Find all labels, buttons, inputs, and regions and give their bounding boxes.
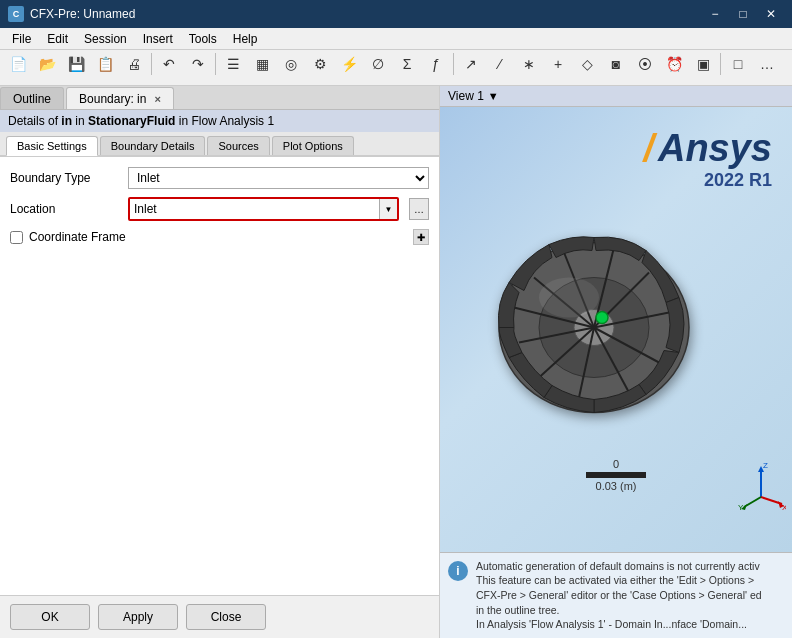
scale-zero: 0 xyxy=(586,458,646,470)
new-button[interactable]: 📄 xyxy=(4,50,32,78)
svg-text:X: X xyxy=(782,503,786,512)
location-row: Location ▼ … xyxy=(10,197,429,221)
logo-text: Ansys xyxy=(658,127,772,170)
menu-bar: File Edit Session Insert Tools Help xyxy=(0,28,792,50)
info-text: Automatic generation of default domains … xyxy=(476,559,784,632)
tab-boundary-in[interactable]: Boundary: in × xyxy=(66,87,174,109)
info-icon: i xyxy=(448,561,468,581)
menu-edit[interactable]: Edit xyxy=(39,30,76,48)
tb-btn-12[interactable]: ∕ xyxy=(486,50,514,78)
apply-button[interactable]: Apply xyxy=(98,604,178,630)
close-button[interactable]: ✕ xyxy=(758,4,784,24)
viewport-header: View 1 ▼ xyxy=(440,86,792,107)
viewport-label: View 1 xyxy=(448,89,484,103)
tb-btn-15[interactable]: ◇ xyxy=(573,50,601,78)
menu-insert[interactable]: Insert xyxy=(135,30,181,48)
location-dropdown-arrow[interactable]: ▼ xyxy=(379,199,397,219)
tb-btn-6[interactable]: ⚙ xyxy=(306,50,334,78)
save-button[interactable]: 💾 xyxy=(62,50,90,78)
viewport-canvas: / Ansys 2022 R1 xyxy=(440,107,792,552)
menu-tools[interactable]: Tools xyxy=(181,30,225,48)
coordinate-frame-checkbox[interactable] xyxy=(10,231,23,244)
info-line-1: Automatic generation of default domains … xyxy=(476,559,784,574)
tb-btn-9[interactable]: Σ xyxy=(393,50,421,78)
main-area: Outline Boundary: in × Details of in in … xyxy=(0,86,792,638)
menu-file[interactable]: File xyxy=(4,30,39,48)
scale-bar xyxy=(586,472,646,478)
boundary-type-row: Boundary Type Inlet xyxy=(10,167,429,189)
axes-widget: Z X Y xyxy=(736,462,776,502)
toolbar-separator-1 xyxy=(151,53,152,75)
logo-version: 2022 R1 xyxy=(704,170,772,190)
svg-text:Y: Y xyxy=(738,503,744,512)
svg-point-14 xyxy=(596,312,608,324)
right-panel: View 1 ▼ / Ansys 2022 R1 xyxy=(440,86,792,638)
menu-session[interactable]: Session xyxy=(76,30,135,48)
tb-btn-17[interactable]: ⦿ xyxy=(631,50,659,78)
location-input-group: ▼ xyxy=(128,197,399,221)
svg-text:Z: Z xyxy=(763,462,768,470)
save-as-button[interactable]: 📋 xyxy=(91,50,119,78)
sub-tab-boundary-details[interactable]: Boundary Details xyxy=(100,136,206,155)
tab-outline[interactable]: Outline xyxy=(0,87,64,109)
open-button[interactable]: 📂 xyxy=(33,50,61,78)
maximize-button[interactable]: □ xyxy=(730,4,756,24)
tb-btn-18[interactable]: ⏰ xyxy=(660,50,688,78)
scale-value: 0.03 (m) xyxy=(586,480,646,492)
tb-btn-16[interactable]: ◙ xyxy=(602,50,630,78)
viewport-dropdown[interactable]: ▼ xyxy=(488,90,499,102)
tb-btn-4[interactable]: ▦ xyxy=(248,50,276,78)
ansys-logo: / Ansys 2022 R1 xyxy=(643,127,772,191)
form-area: Boundary Type Inlet Location ▼ … Coordin… xyxy=(0,156,439,595)
coordinate-frame-row: Coordinate Frame ✚ xyxy=(10,229,429,245)
bottom-bar: OK Apply Close xyxy=(0,595,439,638)
undo-button[interactable]: ↶ xyxy=(155,50,183,78)
toolbar: 📄 📂 💾 📋 🖨 ↶ ↷ ☰ ▦ ◎ ⚙ ⚡ ∅ Σ ƒ ↗ ∕ ∗ + ◇ … xyxy=(0,50,792,86)
left-panel: Outline Boundary: in × Details of in in … xyxy=(0,86,440,638)
boundary-type-select[interactable]: Inlet xyxy=(128,167,429,189)
app-title: CFX-Pre: Unnamed xyxy=(30,7,135,21)
toolbar-separator-2 xyxy=(215,53,216,75)
toolbar-separator-4 xyxy=(720,53,721,75)
info-line-4: in the outline tree. xyxy=(476,603,784,618)
tb-btn-7[interactable]: ⚡ xyxy=(335,50,363,78)
menu-help[interactable]: Help xyxy=(225,30,266,48)
location-input[interactable] xyxy=(130,199,379,219)
tb-btn-5[interactable]: ◎ xyxy=(277,50,305,78)
minimize-button[interactable]: − xyxy=(702,4,728,24)
3d-model xyxy=(484,223,704,436)
print-button[interactable]: 🖨 xyxy=(120,50,148,78)
sub-tab-sources[interactable]: Sources xyxy=(207,136,269,155)
tb-btn-19[interactable]: ▣ xyxy=(689,50,717,78)
app-icon: C xyxy=(8,6,24,22)
ok-button[interactable]: OK xyxy=(10,604,90,630)
location-label: Location xyxy=(10,202,120,216)
tb-btn-8[interactable]: ∅ xyxy=(364,50,392,78)
tb-btn-14[interactable]: + xyxy=(544,50,572,78)
tb-btn-11[interactable]: ↗ xyxy=(457,50,485,78)
scale-area: 0 0.03 (m) xyxy=(586,458,646,492)
tb-btn-10[interactable]: ƒ xyxy=(422,50,450,78)
details-header: Details of in in StationaryFluid in Flow… xyxy=(0,110,439,132)
logo-slash-icon: / xyxy=(643,127,654,170)
tb-btn-20[interactable]: □ xyxy=(724,50,752,78)
info-line-3: CFX-Pre > General' editor or the 'Case O… xyxy=(476,588,784,603)
coordinate-frame-label: Coordinate Frame xyxy=(29,230,126,244)
tb-btn-21[interactable]: … xyxy=(753,50,781,78)
sub-tabs: Basic Settings Boundary Details Sources … xyxy=(0,132,439,156)
expand-button[interactable]: ✚ xyxy=(413,229,429,245)
close-dialog-button[interactable]: Close xyxy=(186,604,266,630)
redo-button[interactable]: ↷ xyxy=(184,50,212,78)
svg-line-22 xyxy=(744,497,761,507)
info-panel: i Automatic generation of default domain… xyxy=(440,552,792,638)
sub-tab-plot-options[interactable]: Plot Options xyxy=(272,136,354,155)
info-line-5: In Analysis 'Flow Analysis 1' - Domain I… xyxy=(476,617,784,632)
top-panel-tabs: Outline Boundary: in × xyxy=(0,86,439,110)
title-bar: C CFX-Pre: Unnamed − □ ✕ xyxy=(0,0,792,28)
location-browse-button[interactable]: … xyxy=(409,198,429,220)
tb-btn-13[interactable]: ∗ xyxy=(515,50,543,78)
boundary-tab-close[interactable]: × xyxy=(154,93,160,105)
sub-tab-basic-settings[interactable]: Basic Settings xyxy=(6,136,98,156)
tb-btn-3[interactable]: ☰ xyxy=(219,50,247,78)
info-line-2: This feature can be activated via either… xyxy=(476,573,784,588)
